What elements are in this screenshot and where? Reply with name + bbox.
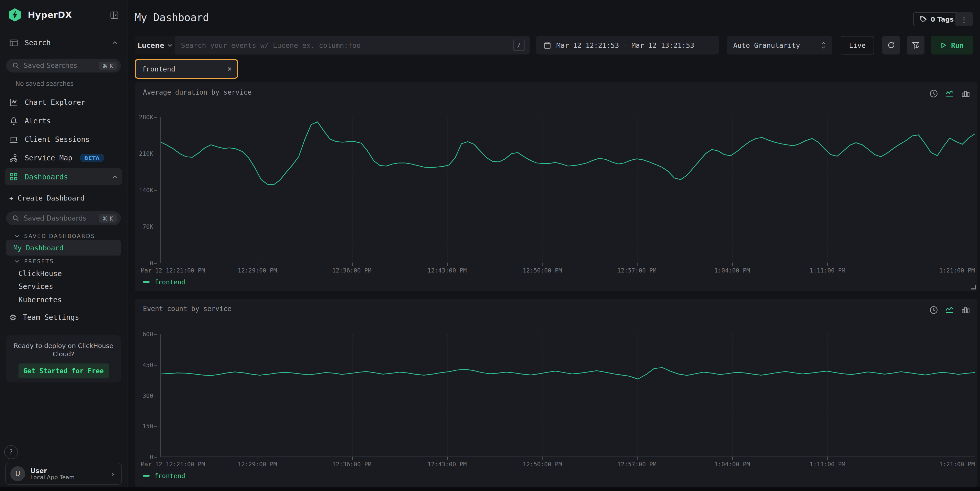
legend-label: frontend bbox=[154, 472, 185, 480]
cmd-k-shortcut-badge: ⌘ K bbox=[99, 214, 117, 222]
help-button[interactable]: ? bbox=[4, 445, 18, 459]
date-range-picker[interactable]: Mar 12 12:21:53 - Mar 12 13:21:53 bbox=[536, 36, 719, 54]
gear-icon: ⚙ bbox=[9, 312, 17, 322]
panel-resize-handle[interactable] bbox=[971, 285, 976, 289]
user-menu[interactable]: U User Local App Team › bbox=[5, 463, 122, 485]
x-tick: 12:57:00 PM bbox=[617, 461, 656, 468]
sidebar-item-my-dashboard[interactable]: My Dashboard bbox=[6, 240, 121, 256]
x-tick: 12:36:00 PM bbox=[332, 267, 371, 274]
chart-explorer-icon bbox=[9, 98, 18, 107]
preset-label: Kubernetes bbox=[19, 296, 62, 304]
sidebar-item-service-map[interactable]: Service Map BETA bbox=[0, 151, 127, 165]
remove-filter-button[interactable]: × bbox=[227, 64, 232, 73]
app-window: HyperDX Search ⌘ K bbox=[0, 0, 980, 491]
x-tick: 12:29:00 PM bbox=[238, 461, 277, 468]
granularity-select[interactable]: Auto Granularity bbox=[727, 36, 832, 54]
plot-area-chart2 bbox=[161, 334, 975, 457]
y-axis-chart2: 600 450 300 150 0 bbox=[135, 334, 158, 457]
y-tick: 140K bbox=[135, 187, 153, 194]
chart-actions bbox=[929, 89, 970, 98]
clock-icon bbox=[929, 305, 939, 315]
y-tick: 0 bbox=[135, 260, 153, 267]
legend-item-frontend[interactable]: frontend bbox=[143, 472, 185, 480]
legend-item-frontend[interactable]: frontend bbox=[143, 278, 185, 286]
search-icon bbox=[12, 215, 19, 222]
chart-title: Event count by service bbox=[143, 305, 231, 313]
beta-badge: BETA bbox=[80, 154, 104, 162]
create-dashboard-button[interactable]: + Create Dashboard bbox=[0, 191, 127, 205]
query-language-select[interactable]: Lucene bbox=[135, 36, 175, 54]
section-label: PRESETS bbox=[24, 258, 54, 264]
saved-dashboards-search: ⌘ K bbox=[6, 211, 121, 225]
bar-chart-toggle-button[interactable] bbox=[961, 305, 970, 315]
sidebar-item-label: Chart Explorer bbox=[25, 98, 85, 106]
x-tick: 12:50:00 PM bbox=[523, 461, 562, 468]
service-map-icon bbox=[9, 154, 18, 162]
kebab-menu-icon: ⋮ bbox=[961, 15, 968, 24]
section-saved-dashboards[interactable]: SAVED DASHBOARDS bbox=[0, 232, 127, 240]
sidebar-item-search[interactable]: Search bbox=[0, 35, 127, 50]
user-team: Local App Team bbox=[30, 474, 75, 480]
collapse-sidebar-button[interactable] bbox=[110, 11, 119, 19]
filter-button[interactable] bbox=[907, 36, 924, 54]
promo-text-line1: Ready to deploy on ClickHouse bbox=[6, 342, 121, 350]
preset-label: Services bbox=[19, 282, 53, 291]
sidebar-item-alerts[interactable]: Alerts bbox=[0, 114, 127, 127]
dashboard-link-label: My Dashboard bbox=[13, 244, 64, 252]
preset-kubernetes[interactable]: Kubernetes bbox=[0, 294, 127, 306]
sidebar-item-chart-explorer[interactable]: Chart Explorer bbox=[0, 95, 127, 109]
hyperdx-logo-icon bbox=[8, 8, 22, 22]
time-settings-button[interactable] bbox=[929, 89, 939, 98]
live-button[interactable]: Live bbox=[841, 36, 874, 54]
laptop-icon bbox=[9, 135, 18, 144]
event-search-input[interactable] bbox=[175, 41, 513, 49]
section-presets[interactable]: PRESETS bbox=[0, 257, 127, 265]
time-settings-button[interactable] bbox=[929, 305, 939, 315]
line-chart-toggle-button[interactable] bbox=[945, 305, 954, 315]
line-series-frontend bbox=[161, 334, 975, 456]
line-series-frontend bbox=[161, 117, 975, 263]
x-tick: 1:04:00 PM bbox=[714, 461, 750, 468]
preset-services[interactable]: Services bbox=[0, 280, 127, 292]
filter-chip-value: frontend bbox=[142, 65, 175, 73]
x-tick: 12:29:00 PM bbox=[238, 267, 277, 274]
cmd-k-shortcut-badge: ⌘ K bbox=[99, 62, 117, 70]
y-tick: 210K bbox=[135, 150, 153, 157]
user-name: User bbox=[30, 467, 75, 474]
saved-dashboards-input[interactable] bbox=[24, 215, 99, 222]
legend-dash-icon bbox=[143, 281, 150, 283]
bar-chart-toggle-button[interactable] bbox=[961, 89, 970, 98]
x-tick: Mar 12 12:21:00 PM bbox=[141, 461, 205, 468]
tags-button[interactable]: 0 Tags bbox=[913, 12, 960, 26]
section-label: SAVED DASHBOARDS bbox=[24, 233, 95, 239]
chart-actions bbox=[929, 305, 970, 315]
sidebar-item-label: Service Map bbox=[25, 154, 72, 162]
filter-chip-frontend[interactable]: frontend × bbox=[135, 59, 238, 79]
x-tick: 12:50:00 PM bbox=[523, 267, 562, 274]
sidebar-item-team-settings[interactable]: ⚙ Team Settings bbox=[0, 311, 127, 324]
sidebar-item-client-sessions[interactable]: Client Sessions bbox=[0, 133, 127, 146]
legend-dash-icon bbox=[143, 475, 150, 477]
get-started-button[interactable]: Get Started for Free bbox=[18, 364, 109, 378]
more-menu-button[interactable]: ⋮ bbox=[955, 12, 973, 26]
refresh-button[interactable] bbox=[882, 36, 900, 54]
chart-panel-avg-duration: Average duration by service bbox=[135, 82, 977, 291]
collapse-sidebar-icon bbox=[110, 11, 119, 19]
y-axis-chart1: 280K 210K 140K 70K 0 bbox=[135, 117, 158, 263]
sidebar-item-dashboards[interactable]: Dashboards bbox=[5, 168, 122, 185]
tag-icon bbox=[920, 16, 927, 23]
select-chevrons-icon bbox=[821, 41, 826, 49]
play-icon bbox=[941, 42, 947, 48]
run-query-button[interactable]: Run bbox=[931, 36, 973, 54]
slash-shortcut-badge: / bbox=[513, 40, 525, 51]
calendar-icon bbox=[544, 41, 551, 49]
saved-searches-input[interactable] bbox=[24, 62, 99, 69]
bar-chart-icon bbox=[961, 305, 970, 315]
line-chart-toggle-button[interactable] bbox=[945, 89, 954, 98]
run-label: Run bbox=[951, 41, 964, 49]
sidebar-item-label: Dashboards bbox=[25, 173, 68, 181]
chevron-right-icon: › bbox=[110, 469, 115, 479]
preset-clickhouse[interactable]: ClickHouse bbox=[0, 267, 127, 280]
x-tick: 1:11:00 PM bbox=[810, 267, 845, 274]
page-title: My Dashboard bbox=[135, 11, 209, 24]
